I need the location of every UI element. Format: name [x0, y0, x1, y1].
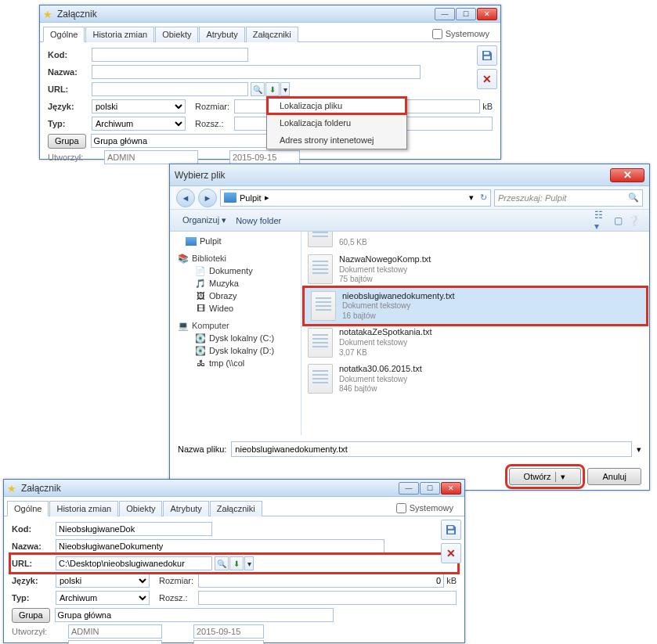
url-input[interactable] [56, 556, 212, 570]
systemowy-checkbox[interactable] [432, 29, 442, 39]
zoom-icon[interactable]: 🔍 [215, 556, 229, 570]
ctx-lokalizacja-pliku[interactable]: Lokalizacja pliku [267, 97, 406, 114]
typ-select[interactable]: Archiwum [92, 117, 186, 131]
tab-zalaczniki[interactable]: Załączniki [210, 501, 262, 516]
fd-close-button[interactable]: ✕ [610, 168, 644, 182]
typ-select[interactable]: Archiwum [56, 591, 150, 605]
cancel-button[interactable]: Anuluj [587, 468, 641, 485]
tab-historia[interactable]: Historia zmian [85, 27, 154, 42]
maximize-button[interactable]: ☐ [456, 8, 476, 20]
refresh-icon[interactable]: ↻ [480, 192, 487, 203]
titlebar-1[interactable]: ★ Załącznik — ☐ ✕ [40, 5, 500, 23]
search-icon: 🔍 [628, 192, 639, 203]
delete-button[interactable]: ✕ [441, 543, 461, 563]
systemowy-checkbox[interactable] [396, 503, 406, 513]
maximize-button[interactable]: ☐ [420, 482, 440, 495]
tab-atrybuty[interactable]: Atrybuty [163, 501, 208, 516]
save-button[interactable] [477, 45, 497, 66]
window-title-1: Załącznik [57, 9, 435, 20]
jezyk-select[interactable]: polski [56, 574, 150, 588]
search-placeholder: Przeszukaj: Pulpit [498, 193, 566, 203]
utworzyl-label: Utworzył: [48, 153, 104, 162]
url-context-menu: Lokalizacja pliku Lokalizacja folderu Ad… [266, 96, 407, 149]
tree-biblioteki[interactable]: 📚Biblioteki [175, 252, 296, 264]
nazwa-input[interactable] [56, 539, 384, 553]
tab-obiekty[interactable]: Obiekty [119, 501, 162, 516]
file-item-selected[interactable]: nieobslugiwanedokumenty.txtDokument teks… [305, 288, 646, 325]
view-icon[interactable]: ☷ ▾ [594, 213, 610, 228]
file-item-4[interactable]: notatka30.06.2015.txtDokument tekstowy84… [301, 361, 649, 398]
close-button[interactable]: ✕ [441, 482, 461, 495]
new-folder-button[interactable]: Nowy folder [231, 214, 286, 228]
open-location-button[interactable]: ⬇ [265, 82, 280, 96]
file-item-3[interactable]: notatakaZeSpotkania.txtDokument tekstowy… [301, 324, 649, 361]
search-input[interactable]: Przeszukaj: Pulpit 🔍 [494, 189, 643, 207]
url-input[interactable] [92, 82, 248, 96]
tab-ogolne[interactable]: Ogólne [7, 501, 49, 516]
open-button[interactable]: Otwórz▾ [509, 468, 582, 485]
tree-drive-d[interactable]: 💽Dysk lokalny (D:) [175, 344, 296, 357]
tree-muzyka[interactable]: 🎵Muzyka [175, 277, 296, 290]
file-icon [308, 364, 333, 394]
open-dropdown-icon[interactable]: ▾ [555, 472, 566, 482]
dropdown-icon[interactable]: ▾ [280, 82, 290, 96]
grupa-input[interactable] [55, 608, 334, 622]
kod-input[interactable] [92, 48, 248, 62]
nazwa-label: Nazwa: [12, 541, 56, 551]
rozsz-input[interactable] [198, 591, 457, 605]
grupa-button[interactable]: Grupa [12, 608, 50, 623]
tree-tmp[interactable]: 🖧tmp (\\col [175, 357, 296, 369]
tab-ogolne[interactable]: Ogólne [43, 27, 85, 42]
tree-wideo[interactable]: 🎞Wideo [175, 302, 296, 315]
close-button[interactable]: ✕ [477, 8, 497, 20]
nazwa-input[interactable] [92, 65, 421, 79]
rozmiar-input[interactable] [198, 574, 444, 588]
grupa-button[interactable]: Grupa [48, 134, 86, 149]
star-icon: ★ [43, 9, 54, 20]
tree-drive-c[interactable]: 💽Dysk lokalny (C:) [175, 332, 296, 344]
dropdown-icon[interactable]: ▾ [244, 556, 254, 570]
filename-input[interactable] [231, 441, 632, 457]
open-location-button[interactable]: ⬇ [229, 556, 244, 570]
jezyk-label: Język: [48, 102, 92, 111]
drive-icon: 💽 [195, 334, 206, 343]
filename-dropdown-icon[interactable]: ▾ [637, 444, 641, 455]
ctx-adres-strony[interactable]: Adres strony intenetowej [267, 131, 406, 149]
save-button[interactable] [441, 520, 461, 540]
tab-zalaczniki[interactable]: Załączniki [246, 27, 298, 42]
tab-atrybuty[interactable]: Atrybuty [199, 27, 244, 42]
document-icon: 📄 [195, 267, 206, 275]
desktop-icon [186, 237, 197, 246]
file-item-partial[interactable]: 60,5 KB [301, 232, 649, 251]
minimize-button[interactable]: — [399, 482, 419, 495]
forward-button[interactable]: ► [198, 189, 217, 207]
chevron-down-icon[interactable]: ▾ [469, 192, 474, 203]
drive-icon: 💽 [195, 347, 206, 355]
kb-label: kB [446, 576, 457, 585]
tree-dokumenty[interactable]: 📄Dokumenty [175, 264, 296, 277]
fd-titlebar[interactable]: Wybierz plik ✕ [170, 164, 649, 186]
kod-input[interactable] [56, 522, 212, 536]
jezyk-label: Język: [12, 576, 56, 585]
tab-obiekty[interactable]: Obiekty [155, 27, 198, 42]
titlebar-2[interactable]: ★ Załącznik — ☐ ✕ [4, 480, 464, 497]
zoom-icon[interactable]: 🔍 [251, 82, 265, 96]
fd-nav: ◄ ► Pulpit ▸ ▾ ↻ Przeszukaj: Pulpit 🔍 [170, 186, 649, 210]
ctx-lokalizacja-folderu[interactable]: Lokalizacja folderu [267, 114, 406, 131]
folder-tree: Pulpit 📚Biblioteki 📄Dokumenty 🎵Muzyka 🖼O… [170, 232, 301, 435]
minimize-button[interactable]: — [435, 8, 455, 20]
organize-button[interactable]: Organizuj ▾ [178, 213, 231, 228]
tree-pulpit[interactable]: Pulpit [175, 235, 296, 247]
preview-icon[interactable]: ▢ [610, 213, 626, 228]
help-icon[interactable]: ❔ [626, 213, 641, 228]
breadcrumb[interactable]: Pulpit ▸ ▾ ↻ [220, 189, 491, 207]
window-title-2: Załącznik [21, 483, 399, 494]
delete-button[interactable]: ✕ [477, 69, 497, 89]
tree-komputer[interactable]: 💻Komputer [175, 319, 296, 332]
jezyk-select[interactable]: polski [92, 99, 186, 113]
tabs-1: Ogólne Historia zmian Obiekty Atrybuty Z… [40, 23, 500, 42]
tab-historia[interactable]: Historia zmian [49, 501, 118, 516]
tree-obrazy[interactable]: 🖼Obrazy [175, 290, 296, 302]
back-button[interactable]: ◄ [176, 189, 195, 207]
file-item-1[interactable]: NazwaNowegoKomp.txtDokument tekstowy75 b… [301, 251, 649, 288]
